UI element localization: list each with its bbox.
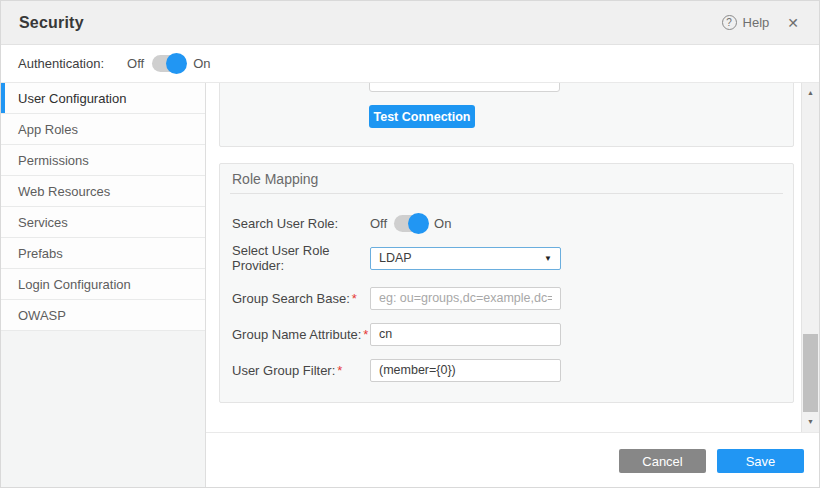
sidebar-item-owasp[interactable]: OWASP — [1, 300, 205, 331]
group-search-base-label: Group Search Base:* — [232, 291, 370, 306]
connection-panel: Test Connection — [219, 83, 794, 147]
role-mapping-title: Role Mapping — [230, 164, 783, 194]
provider-selected-value: LDAP — [379, 251, 412, 265]
search-user-role-control: Off On — [370, 215, 451, 232]
scrollbar-thumb[interactable] — [803, 334, 818, 412]
group-name-attribute-label: Group Name Attribute:* — [232, 327, 370, 342]
sidebar-item-permissions[interactable]: Permissions — [1, 145, 205, 176]
close-icon[interactable]: ✕ — [787, 16, 799, 30]
user-group-filter-label: User Group Filter:* — [232, 363, 370, 378]
authentication-bar: Authentication: Off On — [1, 45, 819, 83]
scroll-viewport: Test Connection Role Mapping Search User… — [206, 83, 819, 432]
authentication-on-label: On — [193, 56, 210, 71]
security-window: Security ? Help ✕ Authentication: Off On… — [0, 0, 820, 488]
search-user-role-row: Search User Role: Off On — [232, 211, 781, 235]
save-button[interactable]: Save — [717, 449, 804, 473]
user-group-filter-row: User Group Filter:* — [232, 358, 781, 382]
group-search-base-row: Group Search Base:* — [232, 286, 781, 310]
sidebar-item-web-resources[interactable]: Web Resources — [1, 176, 205, 207]
sidebar-item-user-configuration[interactable]: User Configuration — [1, 83, 205, 114]
provider-row: Select User Role Provider: LDAP ▼ — [232, 246, 781, 270]
group-name-attribute-input[interactable] — [370, 323, 561, 346]
vertical-scrollbar[interactable]: ▲ ▼ — [801, 83, 819, 432]
body: User Configuration App Roles Permissions… — [1, 83, 819, 487]
authentication-label: Authentication: — [18, 56, 104, 71]
sidebar-item-login-configuration[interactable]: Login Configuration — [1, 269, 205, 300]
sidebar: User Configuration App Roles Permissions… — [1, 83, 206, 487]
authentication-off-label: Off — [127, 56, 144, 71]
user-role-provider-select[interactable]: LDAP ▼ — [370, 247, 561, 270]
group-search-base-input[interactable] — [370, 287, 561, 310]
sidebar-item-services[interactable]: Services — [1, 207, 205, 238]
search-user-role-on-label: On — [434, 216, 451, 231]
search-user-role-off-label: Off — [370, 216, 387, 231]
authentication-toggle[interactable] — [152, 55, 185, 72]
cancel-button[interactable]: Cancel — [619, 449, 706, 473]
main-content: Test Connection Role Mapping Search User… — [206, 83, 819, 487]
scroll-up-icon[interactable]: ▲ — [802, 89, 819, 96]
required-asterisk: * — [352, 291, 357, 306]
header-actions: ? Help ✕ — [722, 15, 799, 30]
sidebar-item-app-roles[interactable]: App Roles — [1, 114, 205, 145]
search-user-role-toggle[interactable] — [394, 215, 427, 232]
user-group-filter-input[interactable] — [370, 359, 561, 382]
group-name-attribute-row: Group Name Attribute:* — [232, 322, 781, 346]
help-icon[interactable]: ? — [722, 15, 737, 30]
toggle-knob — [166, 53, 187, 74]
footer-actions: Cancel Save — [206, 432, 819, 487]
connection-field[interactable] — [369, 83, 560, 92]
window-header: Security ? Help ✕ — [1, 1, 819, 45]
required-asterisk: * — [363, 327, 368, 342]
scroll-down-icon[interactable]: ▼ — [802, 418, 819, 425]
test-connection-button[interactable]: Test Connection — [369, 105, 475, 128]
role-mapping-panel: Role Mapping Search User Role: Off On Se… — [219, 163, 794, 403]
page-title: Security — [19, 14, 84, 32]
required-asterisk: * — [337, 363, 342, 378]
provider-label: Select User Role Provider: — [232, 243, 370, 273]
toggle-knob — [408, 213, 429, 234]
search-user-role-label: Search User Role: — [232, 216, 370, 231]
sidebar-item-prefabs[interactable]: Prefabs — [1, 238, 205, 269]
help-link[interactable]: Help — [743, 15, 770, 30]
chevron-down-icon: ▼ — [544, 254, 552, 263]
